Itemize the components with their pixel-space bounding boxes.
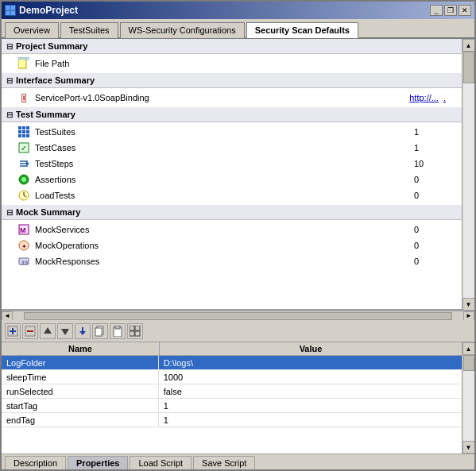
prop-value-sleeptime[interactable]: 1000 [159, 370, 462, 384]
props-scroll-track[interactable] [463, 355, 474, 441]
interface-summary-content: I ServicePort-v1.0SoapBinding http://...… [2, 88, 462, 107]
tab-load-script[interactable]: Load Script [130, 456, 192, 469]
import-button[interactable] [75, 323, 91, 339]
scroll-left-arrow[interactable]: ◄ [2, 311, 13, 321]
export-button[interactable] [127, 323, 143, 339]
loadtests-row: LoadTests 0 [2, 187, 462, 203]
tab-security-scan-defaults[interactable]: Security Scan Defaults [246, 22, 358, 38]
svg-marker-40 [79, 331, 86, 335]
props-scroll-thumb[interactable] [463, 355, 474, 371]
service-port-url[interactable]: http://... [409, 93, 439, 102]
props-scroll-down[interactable]: ▼ [462, 441, 475, 454]
scroll-right-arrow[interactable]: ► [463, 311, 474, 321]
test-summary-label: Test Summary [16, 110, 75, 119]
testcases-icon: ✓ [17, 141, 30, 154]
title-bar-left: DemoProject [5, 5, 78, 16]
svg-rect-45 [130, 326, 134, 330]
tab-testsuites[interactable]: TestSuites [60, 22, 118, 38]
loadtests-value: 0 [414, 191, 446, 200]
loadtests-icon [17, 189, 30, 202]
svg-rect-6 [18, 126, 21, 129]
file-path-row: File Path [2, 56, 462, 71]
tab-properties[interactable]: Properties [68, 456, 128, 469]
scroll-down-arrow[interactable]: ▼ [462, 298, 475, 311]
add-button[interactable] [5, 323, 21, 339]
prop-row-runselected[interactable]: runSelected false [2, 384, 462, 399]
project-summary-label: Project Summary [16, 41, 87, 51]
toggle-mock: ⊟ [6, 208, 13, 217]
toggle-test: ⊟ [6, 110, 13, 119]
service-port-label: ServicePort-v1.0SoapBinding [35, 93, 404, 102]
svg-rect-9 [18, 130, 21, 133]
prop-value-endtag[interactable]: 1 [159, 413, 462, 427]
mockresponses-value: 0 [414, 257, 446, 266]
mockoperations-label: MockOperations [35, 241, 409, 250]
svg-text:✦: ✦ [21, 243, 27, 250]
restore-button[interactable]: ❐ [444, 5, 457, 16]
prop-row-sleeptime[interactable]: sleepTime 1000 [2, 370, 462, 384]
scroll-up-arrow[interactable]: ▲ [462, 39, 475, 52]
mock-summary-content: M MockServices 0 ✦ [2, 220, 462, 271]
properties-rows: LogFolder D:\logs\ sleepTime 1000 runSel… [2, 356, 462, 454]
project-summary-header[interactable]: ⊟ Project Summary [2, 39, 462, 54]
service-port-row: I ServicePort-v1.0SoapBinding http://...… [2, 90, 462, 106]
prop-row-endtag[interactable]: endTag 1 [2, 413, 462, 427]
bottom-tab-bar: Description Properties Load Script Save … [2, 454, 474, 469]
prop-row-logfolder[interactable]: LogFolder D:\logs\ [2, 356, 462, 370]
close-button[interactable]: ✕ [459, 5, 471, 16]
svg-rect-44 [115, 326, 120, 329]
svg-rect-1 [11, 6, 15, 10]
props-scroll-up[interactable]: ▲ [462, 342, 475, 355]
prop-value-runselected[interactable]: false [159, 384, 462, 398]
prop-name-runselected: runSelected [2, 384, 159, 398]
svg-rect-3 [11, 11, 15, 15]
mock-summary-header[interactable]: ⊟ Mock Summary [2, 205, 462, 220]
horizontal-scrollbar: ◄ ► [2, 311, 474, 320]
summary-scrollbar: ▲ ▼ [462, 39, 474, 311]
prop-row-starttag[interactable]: startTag 1 [2, 399, 462, 413]
mockservices-icon: M [17, 223, 30, 236]
main-content: ⊟ Project Summary File Path [2, 39, 474, 469]
svg-rect-14 [26, 134, 29, 137]
properties-area: Name Value LogFolder D:\logs\ sleepTime … [2, 342, 474, 454]
prop-name-endtag: endTag [2, 413, 159, 427]
remove-button[interactable] [22, 323, 38, 339]
file-path-label: File Path [35, 59, 446, 68]
svg-rect-0 [6, 6, 10, 10]
test-summary-header[interactable]: ⊟ Test Summary [2, 107, 462, 122]
name-col-header: Name [2, 342, 160, 355]
tab-overview[interactable]: Overview [5, 22, 59, 38]
paste-button[interactable] [110, 323, 126, 339]
interface-summary-header[interactable]: ⊟ Interface Summary [2, 73, 462, 88]
prop-value-starttag[interactable]: 1 [159, 399, 462, 412]
copy-button[interactable] [92, 323, 108, 339]
tab-description[interactable]: Description [5, 456, 66, 469]
mockoperations-icon: ✦ [17, 239, 30, 252]
mockoperations-row: ✦ MockOperations 0 [2, 237, 462, 253]
down-button[interactable] [57, 323, 73, 339]
svg-text:M: M [20, 226, 26, 234]
svg-rect-5 [18, 57, 29, 60]
up-button[interactable] [40, 323, 56, 339]
horizontal-scroll-thumb[interactable] [24, 312, 452, 320]
svg-rect-8 [26, 126, 29, 129]
app-icon [5, 5, 16, 16]
svg-marker-37 [44, 327, 52, 334]
scroll-track[interactable] [463, 52, 474, 298]
scroll-thumb[interactable] [463, 52, 474, 83]
prop-value-logfolder[interactable]: D:\logs\ [159, 356, 462, 369]
teststeps-row: TestSteps 10 [2, 156, 462, 172]
prop-name-starttag: startTag [2, 399, 159, 412]
tab-save-script[interactable]: Save Script [193, 456, 255, 469]
mockservices-label: MockServices [35, 225, 409, 234]
interface-summary-label: Interface Summary [16, 75, 95, 85]
tab-ws-security[interactable]: WS-Security Configurations [120, 22, 245, 38]
svg-rect-11 [26, 130, 29, 133]
teststeps-value: 10 [414, 159, 446, 168]
properties-inner: Name Value LogFolder D:\logs\ sleepTime … [2, 342, 462, 454]
value-col-header: Value [160, 342, 462, 355]
teststeps-label: TestSteps [35, 159, 409, 168]
teststeps-icon [17, 157, 30, 170]
title-bar: DemoProject _ ❐ ✕ [2, 2, 474, 19]
minimize-button[interactable]: _ [430, 5, 443, 16]
